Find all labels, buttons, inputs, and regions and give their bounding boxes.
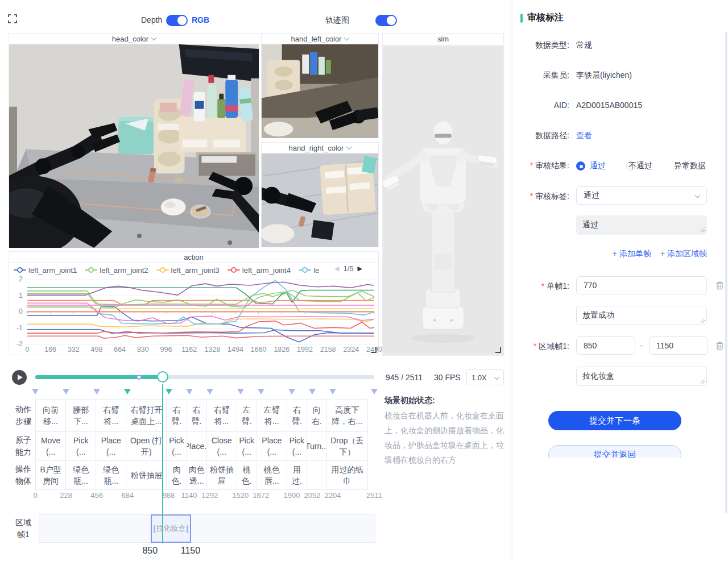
object-row-cell[interactable]: 肉色. — [166, 460, 187, 490]
fps-label: 30 FPS — [434, 373, 461, 382]
object-row-cell[interactable]: 粉饼抽屉 — [126, 460, 167, 490]
speed-select[interactable]: 1.0X — [466, 369, 504, 385]
step-row-cell[interactable]: 腰部下... — [65, 399, 96, 432]
depth-rgb-toggle[interactable] — [166, 15, 188, 26]
region-range-box[interactable]: 拉化妆盒 — [151, 514, 191, 543]
object-row-cell[interactable]: 绿色瓶... — [96, 460, 126, 490]
atom-row-cell[interactable]: Turn... — [307, 431, 327, 461]
radio-pass[interactable] — [576, 161, 585, 171]
object-row-cell[interactable] — [307, 460, 327, 490]
submit-back-button[interactable]: 提交并返回 — [548, 445, 681, 458]
play-button[interactable] — [12, 370, 27, 385]
timeline-marker[interactable] — [288, 389, 295, 394]
region-end-input[interactable]: 1150 — [649, 336, 708, 355]
step-row-cell[interactable]: 右臂打开桌面上... — [126, 399, 167, 432]
hand-left-header[interactable]: hand_left_color — [262, 34, 378, 44]
object-row-cell[interactable]: B户型房间 — [35, 460, 66, 490]
head-color-header[interactable]: head_color — [9, 34, 259, 44]
hand-right-header[interactable]: hand_right_color — [262, 143, 378, 153]
x-tick-label: 2158 — [316, 346, 341, 354]
legend-item-left_arm_joint1[interactable]: left_arm_joint1 — [14, 266, 77, 275]
add-region-frame-link[interactable]: + 添加区域帧 — [660, 249, 707, 259]
atom-row-cell[interactable]: Place (... — [96, 431, 126, 461]
atom-row-cell[interactable]: Move (... — [35, 431, 66, 461]
legend-next-icon[interactable]: ▶ — [358, 265, 362, 272]
x-tick-label: 1328 — [200, 346, 225, 354]
panel-scrollbar[interactable] — [725, 31, 727, 513]
action-chart-plot[interactable] — [9, 277, 379, 347]
object-row-cell[interactable]: 桃色. — [237, 460, 257, 490]
atom-row-cell[interactable]: Pick (... — [287, 431, 307, 461]
object-row-cell[interactable]: 用过的纸巾 — [326, 460, 368, 490]
object-row-cell[interactable]: 用过. — [287, 460, 307, 490]
atom-row-cell[interactable]: Pick (... — [166, 431, 187, 461]
timeline-marker[interactable] — [166, 389, 172, 394]
range-left-handle[interactable] — [154, 525, 155, 533]
fullscreen-icon[interactable] — [8, 14, 17, 26]
step-row-cell[interactable]: 左臂. — [237, 399, 257, 432]
trajectory-toggle[interactable] — [375, 15, 397, 26]
step-row-cell[interactable]: 右臂将... — [206, 399, 237, 432]
object-row-cell[interactable]: 桃色唇... — [257, 460, 287, 490]
step-row-cell[interactable]: 高度下降，右... — [326, 399, 368, 432]
timeline-marker[interactable] — [206, 389, 213, 394]
x-tick-label: 664 — [107, 346, 133, 354]
legend-prev-icon[interactable]: ◀ — [334, 265, 339, 272]
region-start-input[interactable]: 850 — [576, 336, 635, 355]
timeline-marker[interactable] — [258, 389, 264, 394]
single-frame-note-textarea[interactable]: 放置成功 — [576, 306, 707, 325]
resize-handle-icon[interactable] — [495, 347, 501, 353]
timeline-marker[interactable] — [93, 389, 100, 394]
sim-header[interactable]: sim — [383, 34, 503, 44]
timeline-marker[interactable] — [309, 389, 316, 394]
timeline-marker[interactable] — [371, 389, 378, 394]
region-frame-track[interactable]: 拉化妆盒 — [39, 514, 375, 543]
atom-row-cell[interactable]: Close (... — [206, 431, 237, 461]
data-path-view-link[interactable]: 查看 — [576, 131, 592, 141]
playback-slider-handle[interactable] — [157, 371, 168, 383]
legend-item-left_arm_joint4[interactable]: left_arm_joint4 — [228, 266, 291, 275]
step-row-cell[interactable]: 向前移... — [35, 399, 66, 432]
delete-region-frame-icon[interactable] — [715, 341, 724, 352]
timeline-marker[interactable] — [32, 389, 39, 394]
legend-item-le[interactable]: le — [299, 266, 319, 275]
tag-note-textarea[interactable]: 通过 — [576, 215, 707, 235]
radio-pass-label[interactable]: 通过 — [590, 161, 606, 171]
delete-single-frame-icon[interactable] — [715, 281, 724, 292]
region-note-textarea[interactable]: 拉化妆盒 — [576, 367, 707, 386]
submit-next-button[interactable]: 提交并下一条 — [548, 411, 681, 430]
object-row-cell[interactable]: 肉色透... — [187, 460, 207, 490]
step-row-cell[interactable]: 右臂. — [166, 399, 187, 432]
step-row-cell[interactable]: 向右. — [307, 399, 327, 432]
resize-grip-icon[interactable] — [700, 379, 705, 384]
atom-row-cell[interactable]: Open (打开) — [126, 431, 167, 461]
timeline-marker[interactable] — [237, 389, 244, 394]
atom-row-cell[interactable]: Place (... — [257, 431, 287, 461]
resize-grip-icon[interactable] — [700, 227, 705, 232]
legend-item-left_arm_joint2[interactable]: left_arm_joint2 — [85, 266, 148, 275]
add-single-frame-link[interactable]: + 添加单帧 — [613, 249, 651, 259]
step-row-cell[interactable]: 右臂. — [287, 399, 307, 432]
resize-grip-icon[interactable] — [700, 318, 705, 323]
object-row-cell[interactable]: 绿色瓶... — [65, 460, 96, 490]
timeline-marker[interactable] — [124, 389, 131, 394]
atom-row-cell[interactable]: Drop（丢下） — [326, 431, 368, 461]
tag-select[interactable]: 通过 — [576, 186, 707, 205]
step-row-cell[interactable]: 左臂将... — [257, 399, 287, 432]
legend-item-label: left_arm_joint3 — [171, 266, 220, 275]
single-frame-input[interactable]: 770 — [576, 276, 707, 294]
step-row-cell[interactable]: 右臂将... — [96, 399, 126, 432]
timeline-marker[interactable] — [63, 389, 69, 394]
radio-fail-label[interactable]: 不通过 — [628, 161, 652, 171]
step-row-cell[interactable]: 右臂. — [187, 399, 207, 432]
atom-row-cell[interactable]: Pick (... — [65, 431, 96, 461]
object-row-cell[interactable]: 粉饼抽屉 — [206, 460, 237, 490]
atom-row-cell[interactable]: Place.. — [187, 431, 207, 461]
atom-row-cell[interactable]: Pick (... — [237, 431, 257, 461]
single-frame-note-value: 放置成功 — [582, 310, 614, 321]
timeline-marker[interactable] — [186, 389, 193, 394]
legend-item-left_arm_joint3[interactable]: left_arm_joint3 — [156, 266, 220, 275]
timeline-marker[interactable] — [329, 389, 336, 394]
range-right-handle[interactable] — [187, 525, 188, 533]
radio-abnormal-label[interactable]: 异常数据 — [674, 161, 706, 171]
